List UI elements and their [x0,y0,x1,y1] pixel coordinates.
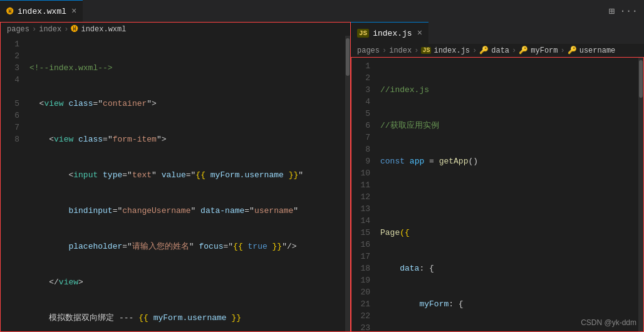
rb-pages: pages [357,46,380,55]
rcode-3: const app = getApp() [380,155,638,167]
right-breadcrumb: pages › index › JS index.js › 🔑 data › 🔑… [351,44,644,57]
rcode-4 [380,191,638,203]
code-line-2: <view class="container"> [29,98,345,110]
rcode-5: Page({ [380,227,638,239]
tab-js-label: index.js [373,29,412,38]
rb-index: index [389,46,412,55]
right-panel: JS index.js × pages › index › JS index.j… [351,22,644,332]
editor-container: pages › index › 🅦 index.wxml 1 2 3 4 5 6… [0,22,644,332]
wxml-file-icon: 🅦 [6,7,14,16]
breadcrumb-index: index [39,25,61,34]
code-line-3: <view class="form-item"> [29,133,345,145]
split-editor-icon[interactable]: ⊞ [609,5,615,18]
rb-key3-icon: 🔑 [568,46,577,55]
rb-username: username [579,46,616,55]
rb-data: data [491,46,509,55]
rcode-6: data: { [380,262,638,274]
left-code-content[interactable]: <!--index.wxml--> <view class="container… [24,36,345,331]
breadcrumb-wxml-file: index.wxml [81,25,126,34]
rcode-2: //获取应用实例 [380,120,638,132]
left-scrollbar-thumb [346,38,350,76]
tab-js-close[interactable]: × [417,28,422,38]
code-line-5: </view> [29,276,345,288]
left-tab-group: 🅦 index.wxml × [0,0,603,22]
rb-key1-icon: 🔑 [479,46,489,55]
left-line-numbers: 1 2 3 4 5 6 7 8 [1,36,24,331]
rb-js-icon: JS [421,47,431,54]
tab-actions: ⊞ ··· [603,5,644,18]
tab-bar: 🅦 index.wxml × ⊞ ··· [0,0,644,22]
rcode-1: //index.js [380,84,638,96]
left-code-area: 1 2 3 4 5 6 7 8 <!--index.wxml--> <view … [1,36,350,331]
rcode-7: myForm: { [380,298,638,310]
rb-key2-icon: 🔑 [519,46,528,55]
code-line-4a: <input type="text" value="{{ myForm.user… [29,169,345,181]
more-actions-icon[interactable]: ··· [620,6,638,17]
js-file-icon: JS [357,29,369,38]
right-code-area: 123456 789101112 131415161718 1920212223… [351,57,644,332]
right-tab-bar: JS index.js × [351,22,644,44]
left-scrollbar[interactable] [345,36,350,331]
code-line-4c: placeholder="请输入您的姓名" focus="{{ true }}"… [29,241,345,252]
left-breadcrumb: pages › index › 🅦 index.wxml [1,23,350,36]
tab-wxml-label: index.wxml [18,7,66,16]
code-line-6: 模拟数据双向绑定 --- {{ myForm.username }} [29,312,345,324]
right-scrollbar-thumb [639,60,643,98]
right-scrollbar[interactable] [638,58,643,331]
tab-js[interactable]: JS index.js × [351,22,428,44]
code-line-1: <!--index.wxml--> [29,62,345,74]
left-panel: pages › index › 🅦 index.wxml 1 2 3 4 5 6… [0,22,351,332]
tab-wxml[interactable]: 🅦 index.wxml × [0,0,83,22]
rb-js-file: index.js [434,46,470,55]
rb-myform: myForm [531,46,558,55]
breadcrumb-wxml-icon: 🅦 [71,24,78,34]
code-line-4b: bindinput="changeUsername" data-name="us… [29,205,345,217]
right-code-content[interactable]: //index.js //获取应用实例 const app = getApp()… [375,58,638,331]
breadcrumb-pages: pages [7,25,29,34]
watermark: CSDN @yk-ddm [581,318,636,327]
tab-wxml-close[interactable]: × [71,6,76,16]
right-line-numbers: 123456 789101112 131415161718 1920212223… [351,58,375,331]
